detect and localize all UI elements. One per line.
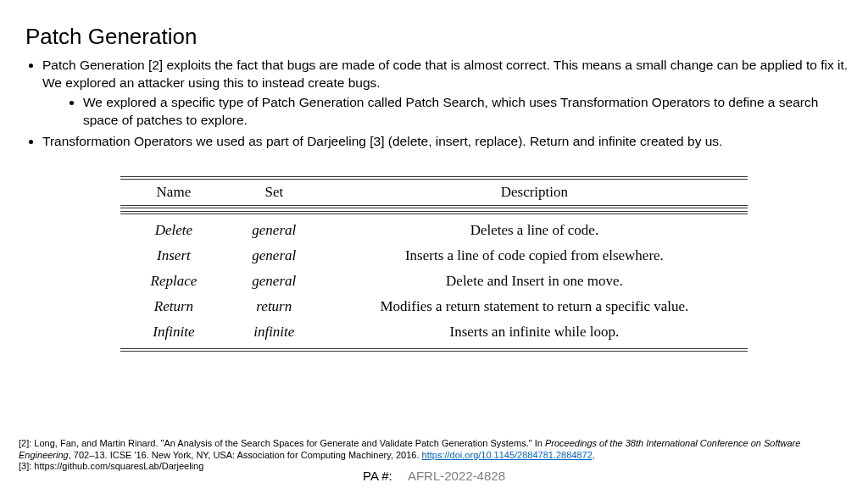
cell-desc: Inserts a line of code copied from elsew… — [321, 247, 748, 264]
table-row: Infinite infinite Inserts an infinite wh… — [120, 319, 748, 345]
table-row: Replace general Delete and Insert in one… — [120, 269, 748, 294]
cell-set: general — [227, 247, 321, 264]
table-header: Name Set Description — [120, 180, 748, 205]
pa-label: PA #: — [363, 469, 392, 483]
th-set: Set — [227, 184, 321, 201]
cell-name: Infinite — [120, 324, 227, 341]
cell-desc: Modifies a return statement to return a … — [321, 298, 748, 315]
cell-name: Delete — [120, 222, 227, 239]
cell-desc: Delete and Insert in one move. — [321, 273, 748, 290]
ref-2: [2]: Long, Fan, and Martin Rinard. "An A… — [19, 438, 849, 462]
bullet-1: Patch Generation [2] exploits the fact t… — [42, 57, 851, 130]
table-row: Insert general Inserts a line of code co… — [120, 243, 748, 269]
ref-2-link[interactable]: https://doi.org/10.1145/2884781.2884872 — [422, 450, 593, 460]
cell-set: general — [227, 222, 321, 239]
cell-desc: Deletes a line of code. — [321, 222, 748, 239]
cell-desc: Inserts an infinite while loop. — [321, 324, 748, 341]
cell-set: return — [227, 298, 321, 315]
pa-footer: PA #: AFRL-2022-4828 — [0, 469, 868, 483]
slide-title: Patch Generation — [25, 24, 851, 50]
cell-name: Insert — [120, 247, 227, 264]
table-row: Delete general Deletes a line of code. — [120, 218, 748, 243]
operators-table: Name Set Description Delete general Dele… — [120, 176, 748, 352]
cell-set: infinite — [227, 324, 321, 341]
bullet-1a: We explored a specific type of Patch Gen… — [83, 94, 851, 130]
cell-set: general — [227, 273, 321, 290]
bullet-1-text: Patch Generation [2] exploits the fact t… — [42, 58, 848, 90]
references: [2]: Long, Fan, and Martin Rinard. "An A… — [19, 438, 849, 473]
cell-name: Return — [120, 298, 227, 315]
bullet-list: Patch Generation [2] exploits the fact t… — [17, 57, 851, 151]
th-desc: Description — [321, 184, 748, 201]
bullet-1-sub: We explored a specific type of Patch Gen… — [42, 94, 851, 130]
table-row: Return return Modifies a return statemen… — [120, 294, 748, 319]
bullet-2: Transformation Operators we used as part… — [42, 133, 851, 151]
pa-number: AFRL-2022-4828 — [408, 469, 505, 483]
th-name: Name — [120, 184, 227, 201]
cell-name: Replace — [120, 273, 227, 290]
